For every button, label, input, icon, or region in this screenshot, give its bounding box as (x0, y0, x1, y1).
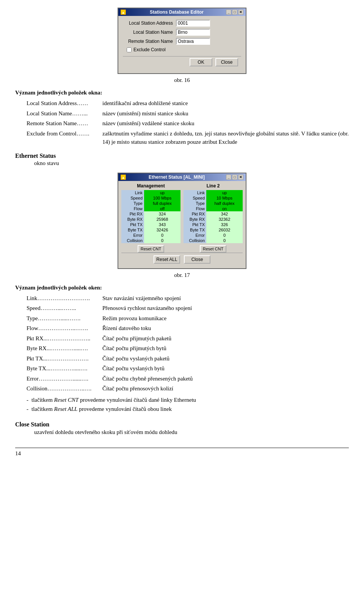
eth-close-icon[interactable]: ✕ (238, 175, 243, 180)
local-address-input[interactable] (176, 20, 210, 27)
local-address-label: Local Station Address (123, 20, 176, 26)
fig17-caption: obr. 17 (15, 272, 349, 278)
eth-dialog-titlebar: ▲ Ethernet Status [AL_MINI] _ □ ✕ (118, 173, 246, 181)
value-type-1: full duplex (144, 201, 180, 206)
eth-dialog-title: Ethernet Status [AL_MINI] (149, 175, 205, 180)
def-term-pktrx: Pkt RX...………………….. (27, 334, 102, 343)
close-icon[interactable]: ✕ (238, 9, 243, 15)
def-row-collision: Collision………………..…. Čítač počtu přenosov… (27, 384, 349, 393)
eth-bottom-buttons: Reset ALL Close (121, 253, 243, 266)
ok-button[interactable]: OK (190, 58, 212, 66)
def-row-link: Link………………………. Stav navázání vzájemného … (27, 294, 349, 303)
stations-dialog-content: Local Station Address Local Station Name… (118, 16, 246, 73)
eth-status-subheading-text: okno stavu (34, 160, 349, 167)
maximize-icon[interactable]: □ (232, 9, 237, 15)
eth-close-button[interactable]: Close (184, 255, 210, 264)
section2-definitions: Link………………………. Stav navázání vzájemného … (27, 294, 349, 393)
eth-status-section: Ethernet Status okno stavu (15, 153, 349, 167)
table-row: Byte TX 32426 (121, 227, 180, 233)
def-desc-pkttx: Čítač počtu vyslaných paketů (102, 354, 349, 363)
value-type-2: half duplex (206, 201, 243, 206)
eth-dialog-container: ▲ Ethernet Status [AL_MINI] _ □ ✕ Manage… (15, 173, 349, 269)
exclude-control-checkbox[interactable] (127, 47, 132, 52)
def-desc-pktrx: Čítač počtu přijmutých paketů (102, 334, 349, 343)
label-error-1: Error (121, 233, 144, 238)
label-flow-2: Flow (184, 206, 206, 211)
table-row: Speed 100 Mbps (121, 195, 180, 201)
label-pktrx-1: Pkt RX (121, 211, 144, 217)
reset-cnt-button-1[interactable]: Reset CNT (138, 245, 164, 253)
value-flow-1: off (144, 206, 180, 211)
section1: Význam jednotlivých položek okna: Local … (15, 90, 349, 146)
eth-reset-cnt-row-2: Reset CNT (184, 245, 243, 253)
def-row-speed: Speed………...…….. Přenosová rychlost naváz… (27, 304, 349, 313)
eth-warning-icon: ▲ (121, 175, 126, 180)
reset-all-button[interactable]: Reset ALL (154, 255, 180, 264)
label-pkttx-1: Pkt TX (121, 222, 144, 227)
label-speed-2: Speed (184, 195, 206, 201)
bullet-item-1: - tlačítkem Reset CNT provedeme vynulová… (27, 395, 349, 404)
value-pktrx-1: 324 (144, 211, 180, 217)
bullet-text-1: tlačítkem Reset CNT provedeme vynulování… (31, 395, 196, 404)
label-bytetx-2: Byte TX (184, 227, 206, 233)
eth-col2-header: Line 2 (184, 183, 243, 189)
local-address-row: Local Station Address (123, 20, 241, 27)
eth-col2-table: Link up Speed 10 Mbps Type half duplex (184, 190, 243, 243)
eth-maximize-icon[interactable]: □ (232, 175, 237, 180)
eth-minimize-icon[interactable]: _ (226, 175, 231, 180)
eth-col-line2: Line 2 Link up Speed 10 Mbps Type half d (184, 183, 243, 253)
stations-dialog-titlebar: ▲ Stations Database Editor _ □ ✕ (118, 8, 246, 16)
def-row-3: Remote Station Name…… název (umístění) v… (27, 119, 349, 128)
local-name-label: Local Station Name (123, 30, 176, 35)
label-type-1: Type (121, 201, 144, 206)
def-desc-collision: Čítač počtu přenosových kolizí (102, 384, 349, 393)
label-bytetx-1: Byte TX (121, 227, 144, 233)
table-row: Collision 0 (184, 238, 243, 243)
stations-dialog: ▲ Stations Database Editor _ □ ✕ Local S… (118, 8, 246, 74)
label-byterx-2: Byte RX (184, 217, 206, 222)
value-pktrx-2: 342 (206, 211, 243, 217)
table-row: Speed 10 Mbps (184, 195, 243, 201)
label-collision-2: Collision (184, 238, 206, 243)
value-collision-1: 0 (144, 238, 180, 243)
eth-dialog-title-icon: ▲ (121, 175, 127, 180)
def-term-speed: Speed………...…….. (27, 304, 102, 313)
table-row: Link up (184, 190, 243, 195)
bullet-list: - tlačítkem Reset CNT provedeme vynulová… (27, 395, 349, 414)
reset-cnt-button-2[interactable]: Reset CNT (200, 245, 226, 253)
label-type-2: Type (184, 201, 206, 206)
table-row: Type full duplex (121, 201, 180, 206)
table-row: Pkt TX 326 (184, 222, 243, 227)
table-row: Byte RX 32362 (184, 217, 243, 222)
def-desc-link: Stav navázání vzájemného spojení (102, 294, 349, 303)
value-bytetx-1: 32426 (144, 227, 180, 233)
minimize-icon[interactable]: _ (226, 9, 231, 15)
local-name-input[interactable] (176, 29, 210, 36)
def-term-type: Type………….....……. (27, 314, 102, 323)
def-desc-byterx: Čítač počtu přijmutých bytů (102, 344, 349, 353)
def-desc-2: název (umístění) místní stanice skoku (102, 109, 349, 118)
section2-title: Význam jednotlivých položek oken: (15, 285, 349, 291)
def-term-bytetx: Byte TX...………….....…. (27, 364, 102, 373)
def-term-flow: Flow………………..……. (27, 324, 102, 333)
stations-dialog-container: ▲ Stations Database Editor _ □ ✕ Local S… (15, 8, 349, 74)
def-desc-error: Čítač počtu chybně přenesených paketů (102, 374, 349, 383)
value-error-1: 0 (144, 233, 180, 238)
eth-col1-table: Link up Speed 100 Mbps Type full duplex (121, 190, 180, 243)
bullet-dash-2: - (27, 404, 28, 414)
def-row-flow: Flow………………..……. Řízení datového toku (27, 324, 349, 333)
stations-dialog-buttons: OK Close (123, 56, 241, 69)
value-byterx-1: 25968 (144, 217, 180, 222)
eth-col-management: Management Link up Speed 100 Mbps Type f (121, 183, 180, 253)
eth-columns: Management Link up Speed 100 Mbps Type f (121, 183, 243, 253)
page-number: 14 (15, 450, 21, 456)
remote-name-input[interactable] (176, 38, 210, 45)
warning-icon: ▲ (121, 9, 126, 15)
value-bytetx-2: 26032 (206, 227, 243, 233)
value-link-2: up (206, 190, 243, 195)
close-station-heading: Close Station (15, 421, 49, 428)
stations-close-button[interactable]: Close (215, 58, 238, 66)
def-row-2: Local Station Name……... název (umístění)… (27, 109, 349, 118)
section1-definitions: Local Station Address…… identifikační ad… (27, 99, 349, 146)
def-row-type: Type………….....……. Režim provozu komunikac… (27, 314, 349, 323)
